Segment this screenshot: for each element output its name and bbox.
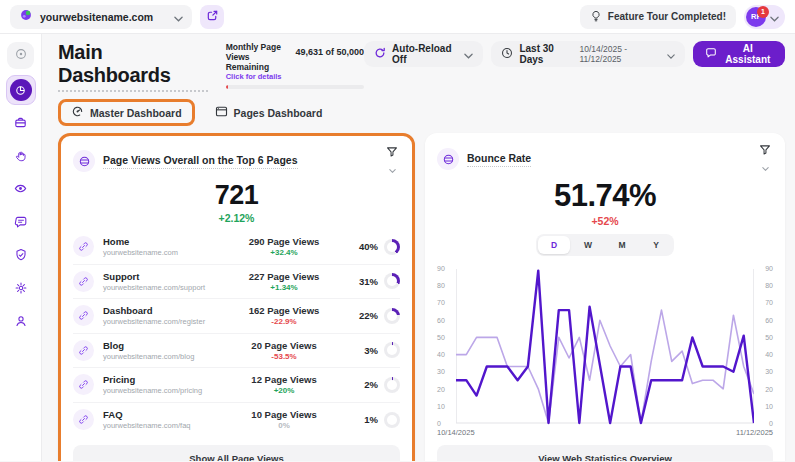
page-views-row[interactable]: Dashboard yourwebsitename.com/register 1… (73, 299, 400, 334)
page-url: yourwebsitename.com/pricing (103, 386, 224, 395)
page-views-row[interactable]: Home yourwebsitename.com 290 Page Views … (73, 230, 400, 265)
funnel-icon (759, 144, 771, 159)
auto-reload-dropdown[interactable]: Auto-Reload Off (364, 41, 483, 67)
share-donut-chart (384, 273, 400, 289)
briefcase-icon (13, 115, 28, 134)
share-button[interactable] (200, 5, 224, 29)
page-header: Main Dashboards Monthly Page Views Remai… (58, 41, 785, 92)
tab-master-dashboard[interactable]: Master Dashboard (58, 99, 195, 126)
page-views-row[interactable]: FAQ yourwebsitename.com/faq 10 Page View… (73, 403, 400, 438)
quota-progress-bar (226, 85, 364, 89)
period-option-d[interactable]: D (538, 236, 570, 254)
chevron-down-icon (770, 8, 779, 26)
website-name: yourwebsitename.com (40, 11, 153, 23)
period-option-w[interactable]: W (572, 236, 604, 254)
card-title: Bounce Rate (467, 152, 531, 167)
refresh-icon (374, 45, 386, 63)
user-icon (14, 314, 28, 332)
page-share-percent: 31% (359, 276, 378, 287)
widget-icon (437, 148, 459, 170)
link-icon (73, 409, 94, 430)
page-views-count: 162 Page Views (224, 305, 344, 316)
sidebar-item-dashboards[interactable] (6, 75, 36, 105)
page-views-card: Page Views Overall on the Top 6 Pages 72… (58, 133, 415, 461)
page-views-count: 290 Page Views (224, 236, 344, 247)
show-all-page-views-button[interactable]: Show All Page Views (73, 445, 400, 461)
page-share-percent: 22% (359, 310, 378, 321)
page-views-count: 227 Page Views (224, 271, 344, 282)
sidebar-item-settings[interactable] (7, 276, 34, 303)
share-donut-chart (384, 377, 400, 393)
main-content: Main Dashboards Monthly Page Views Remai… (42, 34, 795, 461)
quota-widget: Monthly Page Views Remaining Click for d… (226, 43, 364, 89)
sidebar-item-interactions[interactable] (7, 144, 34, 171)
gauge-icon (71, 105, 84, 120)
page-name: Blog (103, 340, 224, 351)
gesture-hand-icon (14, 149, 28, 167)
ai-assistant-button[interactable]: AI Assistant (693, 41, 785, 67)
widget-icon (73, 150, 95, 172)
globe-icon (19, 8, 33, 26)
bounce-rate-chart: 9080706050403020100 9080706050403020100 (437, 265, 773, 427)
sidebar-item-projects[interactable] (7, 111, 34, 138)
ai-assistant-label: AI Assistant (723, 43, 773, 65)
date-range-picker[interactable]: Last 30 Days 10/14/2025 - 11/12/2025 (491, 41, 684, 67)
page-views-count: 20 Page Views (224, 340, 344, 351)
page-name: Pricing (103, 374, 224, 385)
link-icon (73, 340, 94, 361)
sidebar-collapse-button[interactable] (7, 42, 34, 69)
period-option-m[interactable]: M (606, 236, 638, 254)
card-title: Page Views Overall on the Top 6 Pages (103, 154, 298, 169)
page-url: yourwebsitename.com/blog (103, 352, 224, 361)
sidebar-item-feedback[interactable] (7, 210, 34, 237)
sidebar-item-account[interactable] (7, 309, 34, 336)
feature-tour-badge[interactable]: Feature Tour Completed! (580, 5, 736, 29)
view-web-statistics-button[interactable]: View Web Statistics Overview (437, 445, 773, 461)
y-axis-left: 9080706050403020100 (437, 265, 456, 427)
feature-tour-label: Feature Tour Completed! (608, 11, 726, 22)
tab-pages-dashboard[interactable]: Pages Dashboard (209, 101, 329, 124)
sidebar-item-session-replay[interactable] (7, 177, 34, 204)
page-views-delta: +1.34% (224, 283, 344, 292)
dashboards-icon (10, 79, 32, 101)
date-range-label: Last 30 Days (519, 43, 573, 65)
page-views-count: 10 Page Views (224, 409, 344, 420)
account-menu[interactable]: RF 1 (744, 5, 785, 29)
dashboard-tabs: Master Dashboard Pages Dashboard (58, 99, 785, 126)
page-views-row[interactable]: Support yourwebsitename.com/support 227 … (73, 265, 400, 300)
page-views-count: 12 Page Views (224, 374, 344, 385)
bounce-rate-delta: +52% (437, 215, 773, 227)
filter-button[interactable] (757, 142, 773, 176)
browser-window-icon (215, 105, 228, 120)
link-icon (73, 305, 94, 326)
website-selector[interactable]: yourwebsitename.com (10, 5, 192, 29)
page-views-delta: -53.5% (224, 352, 344, 361)
share-donut-chart (384, 342, 400, 358)
page-views-list: Home yourwebsitename.com 290 Page Views … (73, 230, 400, 437)
quota-details-link[interactable]: Click for details (226, 72, 288, 81)
total-delta: +2.12% (73, 212, 400, 224)
page-name: Home (103, 236, 224, 247)
sidebar-item-privacy[interactable] (7, 243, 34, 270)
quota-progress-fill (226, 85, 229, 89)
auto-reload-label: Auto-Reload Off (392, 43, 458, 65)
filter-button[interactable] (384, 144, 400, 178)
period-option-y[interactable]: Y (640, 236, 672, 254)
external-link-icon (206, 9, 219, 25)
link-icon (73, 236, 94, 257)
shield-check-icon (14, 248, 28, 266)
clock-icon (501, 45, 513, 63)
page-share-percent: 3% (364, 345, 378, 356)
link-icon (73, 374, 94, 395)
page-views-row[interactable]: Pricing yourwebsitename.com/pricing 12 P… (73, 368, 400, 403)
total-page-views: 721 (73, 180, 400, 211)
page-share-percent: 2% (364, 379, 378, 390)
page-title: Main Dashboards (58, 41, 208, 92)
page-name: FAQ (103, 409, 224, 420)
page-views-row[interactable]: Blog yourwebsitename.com/blog 20 Page Vi… (73, 334, 400, 369)
x-label-start: 10/14/2025 (437, 428, 475, 437)
link-icon (73, 271, 94, 292)
date-range-value: 10/14/2025 - 11/12/2025 (579, 44, 660, 64)
y-axis-right: 9080706050403020100 (754, 265, 773, 427)
page-url: yourwebsitename.com (103, 248, 224, 257)
